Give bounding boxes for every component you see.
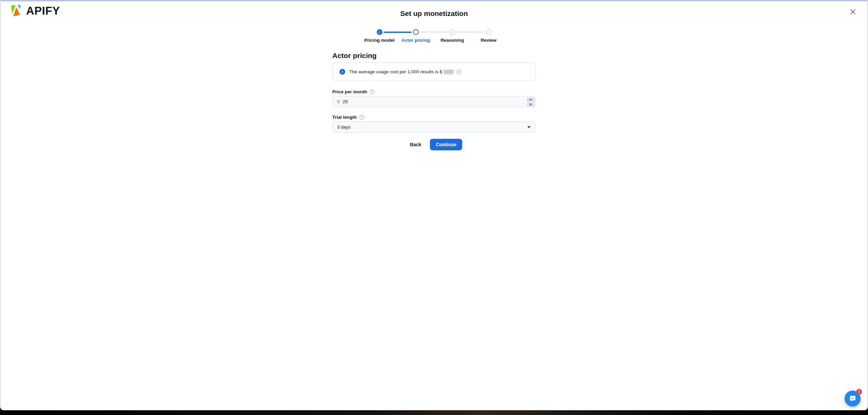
caret-down-icon (529, 104, 532, 105)
help-icon[interactable]: ? (456, 69, 461, 74)
step-circle-actor-pricing[interactable] (413, 29, 419, 35)
info-banner-text: The average usage cost per 1,000 results… (349, 69, 442, 74)
price-input-group: $ (332, 96, 536, 107)
number-steppers (527, 97, 534, 107)
step-circle-reasoning[interactable] (450, 29, 455, 35)
trial-length-selected-value: 3 days (337, 125, 351, 130)
dialog-title: Set up monetization (1, 10, 867, 18)
actor-pricing-section: Actor pricing i The average usage cost p… (332, 52, 536, 150)
section-heading: Actor pricing (332, 52, 536, 60)
price-input[interactable] (343, 99, 485, 104)
trial-length-label: Trial length (332, 115, 357, 120)
dialog-footer: Back Continue (332, 139, 536, 150)
step-circle-pricing-model[interactable]: ✓ (377, 29, 382, 35)
continue-button[interactable]: Continue (430, 139, 462, 150)
step-label-reasoning[interactable]: Reasoning (440, 38, 464, 43)
check-icon: ✓ (378, 31, 381, 34)
step-circle-review[interactable] (486, 29, 492, 35)
step-connector (456, 32, 485, 33)
step-connector-done (383, 32, 412, 33)
step-label-pricing-model[interactable]: Pricing model (364, 38, 394, 43)
monetization-dialog: APIFY Set up monetization ✓ Pricing mode… (0, 0, 868, 410)
trial-length-select[interactable]: 3 days (332, 121, 536, 133)
window-top-edge (1, 0, 867, 1)
close-icon (850, 9, 856, 15)
step-label-actor-pricing[interactable]: Actor pricing (401, 38, 430, 43)
price-per-month-label: Price per month (332, 89, 367, 94)
page: APIFY Set up monetization ✓ Pricing mode… (0, 0, 868, 415)
price-per-month-label-row: Price per month ? (332, 89, 536, 94)
step-connector (420, 32, 448, 33)
back-button[interactable]: Back (406, 139, 425, 150)
currency-prefix: $ (337, 99, 340, 104)
info-icon: i (339, 69, 345, 75)
caret-up-icon (529, 99, 532, 100)
chat-launcher-button[interactable]: 1 (845, 391, 861, 407)
increment-button[interactable] (527, 97, 534, 102)
redacted-value (443, 70, 454, 74)
chat-bubble-icon (849, 395, 856, 402)
close-button[interactable] (849, 7, 857, 16)
help-icon[interactable]: ? (359, 115, 364, 120)
notification-badge: 1 (856, 389, 862, 395)
info-banner: i The average usage cost per 1,000 resul… (332, 62, 536, 81)
chevron-down-icon (527, 126, 531, 128)
step-label-review[interactable]: Review (481, 38, 497, 43)
help-icon[interactable]: ? (370, 89, 375, 94)
decrement-button[interactable] (527, 102, 534, 107)
trial-length-label-row: Trial length ? (332, 114, 536, 120)
stepper: ✓ Pricing model Actor pricing Reasoning … (376, 29, 492, 45)
